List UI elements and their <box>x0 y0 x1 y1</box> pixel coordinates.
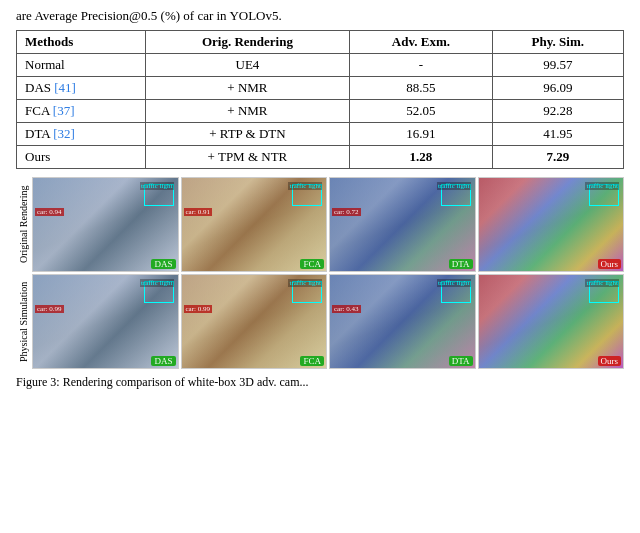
col-header-adv: Adv. Exm. <box>350 31 492 54</box>
img-physical-das: traffic light car: 0.99 DAS <box>32 274 179 369</box>
conf-phys-das: car: 0.99 <box>35 305 64 313</box>
cell-label-dta: DTA <box>449 259 473 269</box>
row-label-physical: Physical Simulation <box>16 274 30 369</box>
img-original-ours: traffic light Ours <box>478 177 625 272</box>
table-row: FCA [37]+ NMR52.0592.28 <box>17 100 624 123</box>
bbox-label-fca: traffic light <box>288 182 322 190</box>
cell-phys-das: DAS <box>151 356 175 366</box>
cell-method: Ours <box>17 146 146 169</box>
cell-phys-dta: DTA <box>449 356 473 366</box>
physical-grid: traffic light car: 0.99 DAS traffic ligh… <box>32 274 624 369</box>
cell-label-das: DAS <box>151 259 175 269</box>
caption-top: are Average Precision@0.5 (%) of car in … <box>16 8 624 24</box>
bbox-label-ours: traffic light <box>585 182 619 190</box>
comparison-table: Methods Orig. Rendering Adv. Exm. Phy. S… <box>16 30 624 169</box>
image-comparison-section: Original Rendering traffic light car: 0.… <box>16 177 624 369</box>
conf-fca: car: 0.91 <box>184 208 213 216</box>
image-row-physical: Physical Simulation traffic light car: 0… <box>16 274 624 369</box>
cell-method: DAS [41] <box>17 77 146 100</box>
cell-phy: 92.28 <box>492 100 623 123</box>
cell-phys-ours: Ours <box>598 356 622 366</box>
bbox-phys-ours-label: traffic light <box>585 279 619 287</box>
img-physical-ours: traffic light Ours <box>478 274 625 369</box>
cell-phys-fca: FCA <box>300 356 324 366</box>
caption-bottom: Figure 3: Rendering comparison of white-… <box>16 375 624 390</box>
conf-label: car: 0.94 <box>35 208 64 216</box>
img-original-das: traffic light car: 0.94 DAS <box>32 177 179 272</box>
conf-dta: car: 0.72 <box>332 208 361 216</box>
table-row: DTA [32]+ RTP & DTN16.9141.95 <box>17 123 624 146</box>
cell-adv: 52.05 <box>350 100 492 123</box>
cell-phy: 99.57 <box>492 54 623 77</box>
table-row: Ours+ TPM & NTR1.287.29 <box>17 146 624 169</box>
cell-method: DTA [32] <box>17 123 146 146</box>
img-original-fca: traffic light car: 0.91 FCA <box>181 177 328 272</box>
row-label-original: Original Rendering <box>16 177 30 272</box>
bbox-phys-fca-label: traffic light <box>288 279 322 287</box>
cell-phy: 7.29 <box>492 146 623 169</box>
col-header-rendering: Orig. Rendering <box>145 31 350 54</box>
original-grid: traffic light car: 0.94 DAS traffic ligh… <box>32 177 624 272</box>
img-physical-dta: traffic light car: 0.43 DTA <box>329 274 476 369</box>
table-row: NormalUE4-99.57 <box>17 54 624 77</box>
cell-method: FCA [37] <box>17 100 146 123</box>
cell-label-ours: Ours <box>598 259 622 269</box>
col-header-methods: Methods <box>17 31 146 54</box>
col-header-phy: Phy. Sim. <box>492 31 623 54</box>
table-row: DAS [41]+ NMR88.5596.09 <box>17 77 624 100</box>
image-row-original: Original Rendering traffic light car: 0.… <box>16 177 624 272</box>
cell-method: Normal <box>17 54 146 77</box>
img-original-dta: traffic light car: 0.72 DTA <box>329 177 476 272</box>
cell-rendering: UE4 <box>145 54 350 77</box>
cell-adv: 1.28 <box>350 146 492 169</box>
bbox-label-dta: traffic light <box>437 182 471 190</box>
cell-rendering: + NMR <box>145 100 350 123</box>
cell-adv: 88.55 <box>350 77 492 100</box>
cell-phy: 41.95 <box>492 123 623 146</box>
bbox-phys-dta-label: traffic light <box>437 279 471 287</box>
img-physical-fca: traffic light car: 0.99 FCA <box>181 274 328 369</box>
cell-rendering: + NMR <box>145 77 350 100</box>
conf-phys-fca: car: 0.99 <box>184 305 213 313</box>
cell-rendering: + RTP & DTN <box>145 123 350 146</box>
cell-adv: 16.91 <box>350 123 492 146</box>
cell-rendering: + TPM & NTR <box>145 146 350 169</box>
bbox-phys-das-label: traffic light <box>140 279 174 287</box>
cell-adv: - <box>350 54 492 77</box>
bbox-label: traffic light <box>140 182 174 190</box>
cell-phy: 96.09 <box>492 77 623 100</box>
conf-phys-dta: car: 0.43 <box>332 305 361 313</box>
cell-label-fca: FCA <box>300 259 324 269</box>
